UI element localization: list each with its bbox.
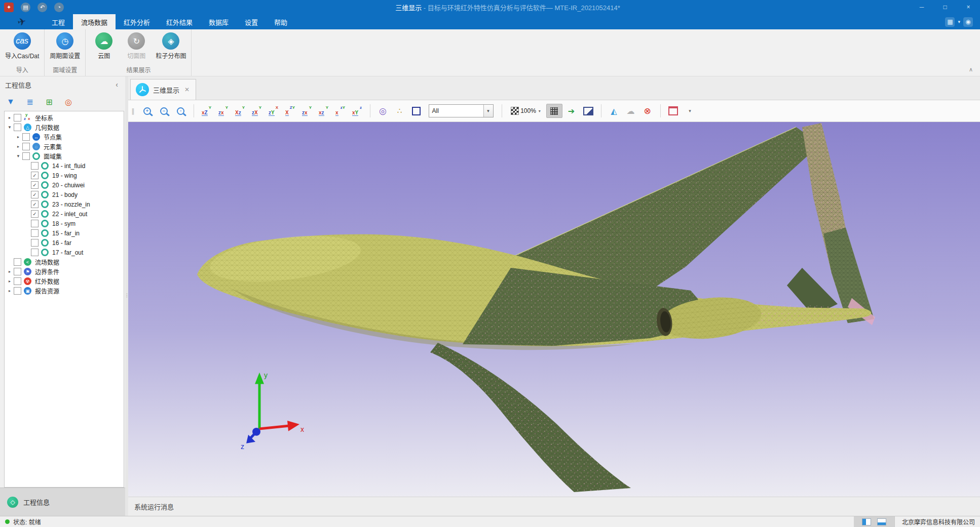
tree-item-21-body[interactable]: ✓21 - body [5, 190, 124, 199]
tree-item-17-far-out[interactable]: 17 - far_out [5, 248, 124, 257]
menu-tab-1[interactable]: 工程 [44, 14, 73, 29]
view-left-button[interactable]: YXz [233, 104, 248, 117]
menu-tab-5[interactable]: 数据库 [201, 14, 237, 29]
camera-button[interactable]: ◎ [375, 104, 391, 117]
tree-checkbox[interactable]: ✓ [31, 172, 39, 179]
menubar-caret-icon[interactable]: ▾ [958, 19, 960, 24]
view-iso-2-button[interactable]: Yxz [316, 104, 331, 117]
save-button[interactable]: ▤ [21, 3, 30, 12]
tree-checkbox[interactable] [14, 258, 21, 266]
tree-expander-icon[interactable]: ▼ [15, 154, 21, 158]
tab-3d-view[interactable]: 三维显示 ✕ [130, 79, 196, 100]
tree-item-15-far-in[interactable]: 15 - far_in [5, 228, 124, 238]
tree-checkbox[interactable] [14, 287, 21, 295]
layout-button[interactable]: ⊞ [44, 96, 55, 107]
tree-item-23-nozzle-in[interactable]: ✓23 - nozzle_in [5, 199, 124, 209]
tree-item--[interactable]: ▸yzx坐标系 [5, 113, 124, 123]
tree-checkbox[interactable] [22, 143, 30, 150]
tree-item-22-inlet-out[interactable]: ✓22 - inlet_out [5, 209, 124, 219]
filter-button[interactable]: ▼ [5, 96, 16, 107]
tree-checkbox[interactable] [22, 133, 30, 141]
minimize-button[interactable]: ─ [910, 0, 933, 14]
tree-expander-icon[interactable]: ▸ [15, 135, 21, 139]
layout-split-icon[interactable] [862, 518, 871, 525]
view-right-button[interactable]: YzX [249, 104, 265, 117]
tree-checkbox[interactable] [14, 124, 21, 131]
save-scene-button[interactable] [666, 104, 681, 117]
tree-item--[interactable]: ▸⚑边界条件 [5, 267, 124, 276]
tree-expander-icon[interactable]: ▸ [7, 115, 13, 120]
particle-trace-button[interactable]: ∴ [392, 104, 407, 117]
tree-expander-icon[interactable]: ▸ [7, 289, 13, 293]
zoom-fit-button[interactable]: ▫ [173, 104, 189, 117]
tree-checkbox[interactable] [14, 277, 21, 285]
import-cas-dat-button[interactable]: cas导入Cas/Dat [3, 31, 41, 61]
tree-checkbox[interactable] [22, 152, 30, 160]
tree-expander-icon[interactable]: ▼ [7, 125, 13, 130]
tree-item-19-wing[interactable]: ✓19 - wing [5, 171, 124, 180]
tree-checkbox[interactable]: ✓ [31, 210, 39, 218]
tree-expander-icon[interactable]: ▸ [7, 269, 13, 274]
tree-item-18-sym[interactable]: 18 - sym [5, 219, 124, 228]
menu-tab-7[interactable]: 帮助 [266, 14, 295, 29]
locate-button[interactable]: ◎ [63, 96, 74, 107]
transparency-control[interactable]: 100%▾ [507, 104, 545, 117]
tree-checkbox[interactable]: ✓ [31, 181, 39, 189]
panel-collapse-button[interactable]: ‹ [114, 80, 120, 89]
display-settings-button[interactable]: ▦ [945, 17, 955, 27]
tree-item--[interactable]: ▸↔节点集 [5, 132, 124, 142]
tree-checkbox[interactable]: ✓ [31, 191, 39, 198]
tab-close-icon[interactable]: ✕ [183, 86, 191, 93]
layout-bottom-icon[interactable] [877, 518, 886, 525]
mirror-button[interactable]: ◭ [607, 104, 622, 117]
zoom-out-button[interactable]: − [157, 104, 172, 117]
tree-item--[interactable]: ▸☢红外数据 [5, 276, 124, 286]
toolbar-grip-handle[interactable]: ∥ [131, 107, 135, 115]
tree-item--[interactable]: ▼面域集 [5, 151, 124, 161]
outline-button[interactable]: ≣ [24, 96, 35, 107]
save-scene-caret[interactable]: ▾ [683, 104, 698, 117]
tree-checkbox[interactable] [14, 268, 21, 275]
menu-tab-3[interactable]: 红外分析 [116, 14, 158, 29]
tree-checkbox[interactable] [31, 249, 39, 256]
about-button[interactable]: ◉ [963, 17, 973, 27]
tree-checkbox[interactable] [31, 229, 39, 237]
menu-tab-6[interactable]: 设置 [237, 14, 266, 29]
ribbon-collapse-button[interactable]: ∧ [969, 66, 973, 73]
share-outline-button[interactable]: ☁ [623, 104, 638, 117]
tree-checkbox[interactable] [31, 239, 39, 247]
combo-dropdown-icon[interactable]: ▼ [483, 105, 493, 117]
menu-tab-2[interactable]: 流场数据 [73, 14, 116, 29]
view-top-button[interactable]: XzY [266, 104, 281, 117]
history-button[interactable]: ◔ [54, 3, 64, 12]
tree-item-20-chuiwei[interactable]: ✓20 - chuiwei [5, 180, 124, 190]
view-front-button[interactable]: YxZ [199, 104, 214, 117]
panel-bottom-tab[interactable]: ◇ 工程信息 [0, 488, 125, 516]
export-view-button[interactable]: ➔ [564, 104, 579, 117]
contour-plot-button[interactable]: ☁云图 [89, 31, 119, 61]
tree-item--[interactable]: ▸▣报告资源 [5, 286, 124, 296]
snapshot-button[interactable] [581, 104, 596, 117]
tree-item-14-int-fluid[interactable]: 14 - int_fluid [5, 161, 124, 171]
view-iso-1-button[interactable]: Yzx [299, 104, 315, 117]
tree-item--[interactable]: <流场数据 [5, 257, 124, 267]
tree-checkbox[interactable]: ✓ [31, 200, 39, 208]
box-select-button[interactable] [409, 104, 424, 117]
tree-expander-icon[interactable]: ▸ [15, 144, 21, 149]
view-bottom-button[interactable]: ZYX [283, 104, 298, 117]
tree-checkbox[interactable] [14, 114, 21, 121]
mesh-toggle-button[interactable] [546, 104, 562, 118]
close-button[interactable]: × [957, 0, 980, 14]
surface-filter-select[interactable]: All▼ [429, 104, 494, 117]
tree-item--[interactable]: ▸◌元素集 [5, 142, 124, 151]
tree-checkbox[interactable] [31, 220, 39, 227]
tree-expander-icon[interactable]: ▸ [7, 279, 13, 283]
view-iso-4-button[interactable]: zxY [350, 104, 365, 117]
tree-item-16-far[interactable]: 16 - far [5, 238, 124, 248]
maximize-button[interactable]: □ [933, 0, 957, 14]
periodic-surface-button[interactable]: ◷周期面设置 [48, 31, 82, 61]
menu-tab-4[interactable]: 红外结果 [158, 14, 201, 29]
viewport-3d[interactable]: y x z [128, 122, 980, 497]
tree-item--[interactable]: ▼△几何数据 [5, 123, 124, 132]
zoom-in-button[interactable]: + [140, 104, 155, 117]
